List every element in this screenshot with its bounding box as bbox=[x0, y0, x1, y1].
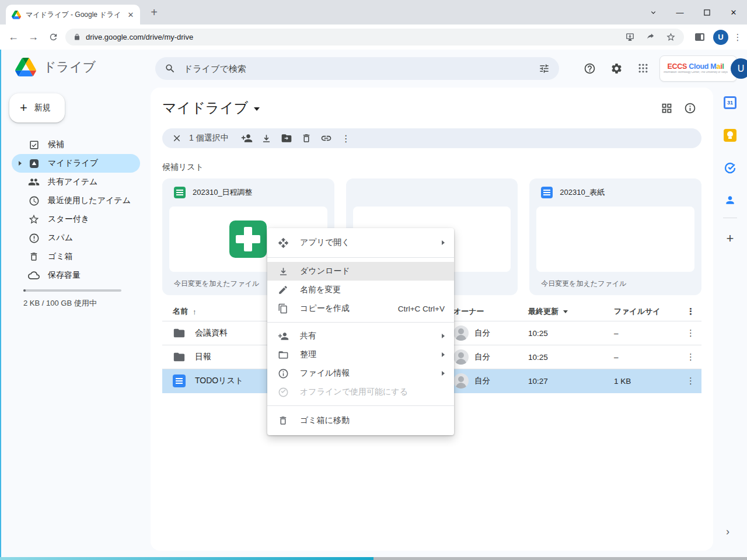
maximize-button[interactable] bbox=[693, 0, 720, 24]
col-size[interactable]: ファイルサイ bbox=[614, 306, 680, 317]
menu-item-move-to-trash[interactable]: ゴミ箱に移動 bbox=[267, 410, 454, 431]
menu-divider bbox=[267, 257, 454, 258]
owner-avatar bbox=[453, 326, 469, 341]
trash-icon[interactable] bbox=[296, 128, 316, 148]
row-more-icon[interactable]: ⋮ bbox=[680, 328, 701, 338]
browser-tab[interactable]: マイドライブ - Google ドライブ ✕ bbox=[6, 5, 140, 24]
spam-icon bbox=[28, 232, 40, 244]
filter-caret-icon bbox=[563, 310, 568, 313]
pencil-icon bbox=[277, 285, 289, 295]
menu-item-rename[interactable]: 名前を変更 bbox=[267, 281, 454, 299]
suggested-heading: 候補リスト bbox=[162, 162, 701, 173]
share-person-add-icon[interactable] bbox=[237, 128, 257, 148]
badge-tagline: Information Technology Center, The Unive… bbox=[664, 71, 728, 74]
sidebar-item-my-drive[interactable]: マイドライブ bbox=[12, 154, 140, 173]
sort-ascending-icon[interactable]: ↑ bbox=[193, 307, 197, 316]
offline-pin-icon bbox=[277, 387, 289, 398]
submenu-arrow-icon bbox=[442, 352, 445, 357]
copy-link-icon[interactable] bbox=[316, 128, 336, 148]
account-badge[interactable]: ECCS Cloud Mail Information Technology C… bbox=[659, 55, 737, 82]
col-modified[interactable]: 最終更新 bbox=[528, 306, 614, 317]
sheets-file-icon bbox=[174, 187, 186, 198]
storage-progress-bar bbox=[23, 289, 121, 292]
badge-brand: ECCS Cloud Mail bbox=[664, 63, 728, 71]
more-actions-icon[interactable]: ⋮ bbox=[336, 128, 356, 148]
sidebar-item-trash[interactable]: ゴミ箱 bbox=[12, 247, 140, 266]
side-panel-icon[interactable] bbox=[690, 27, 710, 47]
tab-title: マイドライブ - Google ドライブ bbox=[26, 10, 121, 20]
menu-item-download[interactable]: ダウンロード bbox=[267, 262, 454, 281]
help-icon[interactable] bbox=[577, 56, 602, 80]
row-more-icon[interactable]: ⋮ bbox=[680, 376, 701, 386]
close-button[interactable]: ✕ bbox=[720, 0, 747, 24]
sidebar-item-suggested[interactable]: 候補 bbox=[12, 135, 140, 154]
menu-divider bbox=[267, 322, 454, 323]
capture-progress-bar bbox=[0, 557, 747, 560]
search-options-icon[interactable] bbox=[539, 63, 550, 74]
search-input[interactable] bbox=[183, 63, 532, 74]
sheets-logo-icon bbox=[229, 220, 267, 258]
copy-icon bbox=[277, 303, 289, 314]
share-icon[interactable] bbox=[643, 30, 658, 45]
trash-icon bbox=[28, 251, 40, 262]
owner-avatar bbox=[453, 373, 469, 388]
reload-icon[interactable] bbox=[43, 27, 63, 47]
sidebar-item-storage[interactable]: 保存容量 bbox=[12, 266, 140, 285]
menu-item-file-info[interactable]: ファイル情報 bbox=[267, 364, 454, 383]
tab-search-icon[interactable] bbox=[640, 0, 666, 24]
col-owner[interactable]: オーナー bbox=[453, 306, 528, 317]
menu-item-open-with[interactable]: アプリで開く bbox=[267, 232, 454, 253]
new-button[interactable]: + 新規 bbox=[9, 93, 65, 123]
menu-item-organize[interactable]: 整理 bbox=[267, 345, 454, 364]
settings-gear-icon[interactable] bbox=[604, 56, 629, 80]
tasks-icon[interactable] bbox=[724, 162, 736, 174]
account-avatar[interactable]: U bbox=[731, 58, 747, 79]
col-name[interactable]: 名前 bbox=[173, 306, 188, 317]
get-addons-icon[interactable]: + bbox=[727, 231, 734, 246]
docs-file-icon bbox=[541, 187, 553, 198]
sidebar-item-recent[interactable]: 最近使用したアイテム bbox=[12, 191, 140, 210]
sidebar-item-spam[interactable]: スパム bbox=[12, 229, 140, 247]
keep-icon[interactable] bbox=[724, 129, 736, 142]
star-icon bbox=[28, 214, 40, 225]
sidebar-item-starred[interactable]: スター付き bbox=[12, 210, 140, 229]
drive-logo-icon bbox=[15, 58, 36, 76]
row-more-icon[interactable]: ⋮ bbox=[680, 352, 701, 362]
browser-avatar[interactable]: U bbox=[713, 30, 728, 45]
menu-item-make-copy[interactable]: コピーを作成 Ctrl+C Ctrl+V bbox=[267, 299, 454, 318]
file-card-docs[interactable]: 202310_表紙 今日変更を加えたファイル bbox=[529, 178, 701, 295]
minimize-button[interactable]: — bbox=[666, 0, 693, 24]
submenu-arrow-icon bbox=[442, 334, 445, 338]
expander-icon[interactable] bbox=[16, 161, 23, 166]
tab-close-icon[interactable]: ✕ bbox=[126, 10, 135, 19]
forward-icon[interactable]: → bbox=[23, 27, 43, 47]
install-icon[interactable] bbox=[622, 30, 637, 45]
details-info-icon[interactable] bbox=[678, 96, 701, 120]
owner-avatar bbox=[453, 349, 469, 365]
move-folder-icon[interactable] bbox=[277, 128, 296, 148]
calendar-icon[interactable]: 31 bbox=[724, 96, 736, 109]
selection-count: 1 個選択中 bbox=[189, 133, 229, 144]
screen: マイドライブ - Google ドライブ ✕ + — ✕ ← → drive.g… bbox=[0, 0, 747, 560]
apps-grid-icon[interactable] bbox=[631, 56, 655, 80]
plus-icon: + bbox=[20, 102, 27, 114]
new-tab-button[interactable]: + bbox=[146, 4, 162, 20]
card-thumbnail bbox=[536, 206, 694, 272]
download-icon[interactable] bbox=[257, 128, 277, 148]
clear-selection-icon[interactable] bbox=[167, 128, 187, 148]
page-title[interactable]: マイドライブ bbox=[162, 99, 260, 117]
header-more-icon[interactable]: ⋮ bbox=[680, 306, 701, 317]
sidebar-item-shared[interactable]: 共有アイテム bbox=[12, 173, 140, 191]
back-icon[interactable]: ← bbox=[4, 27, 23, 47]
grid-view-icon[interactable] bbox=[655, 96, 678, 120]
expand-panel-chevron-icon[interactable]: › bbox=[726, 526, 729, 538]
browser-menu-icon[interactable]: ⋮ bbox=[732, 27, 743, 47]
drive-brand[interactable]: ドライブ bbox=[15, 58, 96, 76]
title-dropdown-icon[interactable] bbox=[254, 107, 260, 111]
contacts-icon[interactable] bbox=[724, 194, 736, 206]
url-bar[interactable]: drive.google.com/drive/my-drive bbox=[65, 29, 684, 46]
search-bar[interactable] bbox=[155, 57, 559, 80]
menu-item-share[interactable]: 共有 bbox=[267, 327, 454, 345]
approval-check-icon bbox=[28, 139, 40, 150]
bookmark-star-icon[interactable] bbox=[663, 30, 678, 45]
